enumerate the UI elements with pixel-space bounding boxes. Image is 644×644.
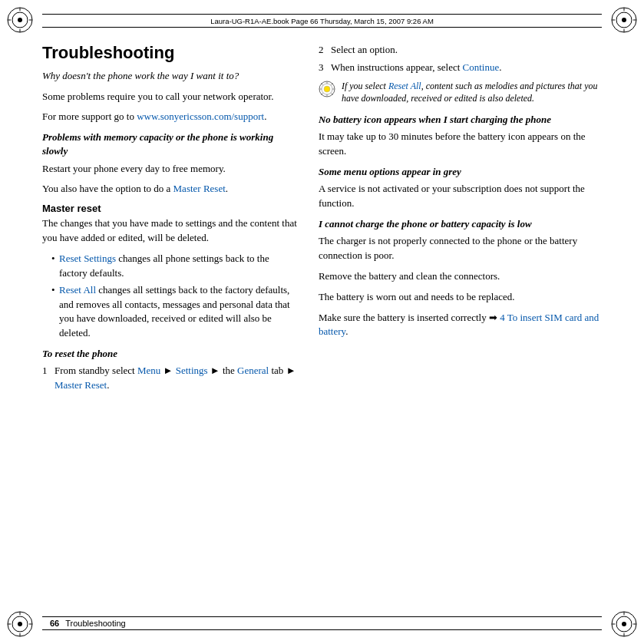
menu-link[interactable]: Menu bbox=[137, 365, 160, 376]
header-text: Laura-UG-R1A-AE.book Page 66 Thursday, M… bbox=[210, 17, 434, 25]
step1-suffix: . bbox=[107, 379, 109, 391]
step1-prefix: From standby select bbox=[54, 365, 137, 376]
note-text: If you select Reset All, content such as… bbox=[342, 80, 602, 106]
para-network: Some problems require you to call your n… bbox=[42, 90, 297, 104]
para-remove-battery: Remove the battery and clean the connect… bbox=[319, 269, 602, 284]
para-master-reset-suffix: . bbox=[226, 183, 228, 194]
step1-content: From standby select Menu ► Settings ► th… bbox=[54, 364, 297, 393]
right-column: 2 Select an option. 3 When instructions … bbox=[311, 43, 602, 612]
step3-suffix: . bbox=[499, 61, 501, 73]
step1-num: 1 bbox=[42, 364, 51, 393]
heading-cannot-charge: I cannot charge the phone or battery cap… bbox=[319, 217, 602, 231]
step1-arrow3: ► bbox=[286, 365, 296, 376]
bullet-reset-all: Reset All changes all settings back to t… bbox=[51, 283, 297, 341]
left-column: Troubleshooting Why doesn't the phone wo… bbox=[42, 43, 311, 612]
para-make-sure-prefix: Make sure the battery is inserted correc… bbox=[319, 312, 489, 323]
continue-link[interactable]: Continue bbox=[463, 61, 500, 73]
para-restart: Restart your phone every day to free mem… bbox=[42, 162, 297, 177]
para-charger-connection: The charger is not properly connected to… bbox=[319, 234, 602, 263]
numbered-list-right: 2 Select an option. 3 When instructions … bbox=[319, 43, 602, 75]
para-support-link: For more support go to www.sonyericsson.… bbox=[42, 110, 297, 124]
svg-point-9 bbox=[622, 18, 626, 22]
note-box: If you select Reset All, content such as… bbox=[319, 80, 602, 106]
step3: 3 When instructions appear, select Conti… bbox=[319, 61, 602, 75]
step3-num: 3 bbox=[319, 61, 328, 75]
para-make-sure-suffix: . bbox=[345, 325, 348, 337]
main-content: Troubleshooting Why doesn't the phone wo… bbox=[42, 32, 602, 612]
bullet-list: Reset Settings changes all phone setting… bbox=[51, 252, 297, 341]
bullet-reset-settings: Reset Settings changes all phone setting… bbox=[51, 252, 297, 281]
step1-arrow1: ► bbox=[160, 365, 175, 376]
para-changes: The changes that you have made to settin… bbox=[42, 216, 297, 246]
arrow-symbol: ➡ bbox=[489, 312, 497, 323]
heading-memory: Problems with memory capacity or the pho… bbox=[42, 130, 297, 158]
svg-point-16 bbox=[18, 622, 22, 626]
settings-link[interactable]: Settings bbox=[176, 365, 208, 376]
svg-point-23 bbox=[622, 622, 626, 626]
reset-all-link[interactable]: Reset All bbox=[59, 284, 96, 296]
section-heading-master-reset: Master reset bbox=[42, 203, 297, 214]
svg-point-30 bbox=[324, 86, 330, 92]
para-service: A service is not activated or your subsc… bbox=[319, 182, 602, 211]
reset-all-note-link[interactable]: Reset All bbox=[388, 81, 421, 91]
corner-decoration-bl bbox=[5, 609, 35, 639]
para-master-reset-ref: You also have the option to do a Master … bbox=[42, 182, 297, 197]
footer-page-number: 66 bbox=[42, 619, 59, 628]
general-link[interactable]: General bbox=[237, 365, 269, 376]
para-support-prefix: For more support go to bbox=[42, 111, 137, 122]
numbered-list: 1 From standby select Menu ► Settings ► … bbox=[42, 364, 297, 393]
step2-num: 2 bbox=[319, 43, 328, 58]
corner-decoration-br bbox=[609, 609, 639, 639]
master-reset-step-link[interactable]: Master Reset bbox=[54, 379, 107, 391]
footer-section: Troubleshooting bbox=[59, 619, 125, 628]
note-icon bbox=[319, 81, 335, 97]
step2: 2 Select an option. bbox=[319, 43, 602, 58]
step3-content: When instructions appear, select Continu… bbox=[331, 61, 502, 75]
step1: 1 From standby select Menu ► Settings ► … bbox=[42, 364, 297, 393]
para-30-min: It may take up to 30 minutes before the … bbox=[319, 130, 602, 159]
note-prefix: If you select bbox=[342, 81, 388, 91]
corner-decoration-tr bbox=[609, 5, 639, 35]
para-worn-out: The battery is worn out and needs to be … bbox=[319, 290, 602, 305]
subtitle-italic: Why doesn't the phone work the way I wan… bbox=[42, 69, 297, 83]
header-bar: Laura-UG-R1A-AE.book Page 66 Thursday, M… bbox=[42, 14, 602, 28]
step2-text: Select an option. bbox=[331, 43, 398, 58]
para-master-reset-prefix: You also have the option to do a bbox=[42, 183, 173, 194]
page-title: Troubleshooting bbox=[42, 43, 297, 63]
step3-prefix: When instructions appear, select bbox=[331, 61, 463, 73]
svg-point-2 bbox=[18, 18, 22, 22]
para-support-suffix: . bbox=[264, 111, 266, 122]
step1-arrow2: ► the bbox=[208, 365, 238, 376]
heading-no-battery: No battery icon appears when I start cha… bbox=[319, 113, 602, 127]
support-link[interactable]: www.sonyericsson.com/support bbox=[137, 111, 264, 122]
corner-decoration-tl bbox=[5, 5, 35, 35]
step1-tab: tab bbox=[269, 365, 286, 376]
heading-grey-menu: Some menu options appear in grey bbox=[319, 165, 602, 179]
master-reset-link[interactable]: Master Reset bbox=[173, 183, 226, 194]
para-make-sure: Make sure the battery is inserted correc… bbox=[319, 311, 602, 340]
footer-bar: 66 Troubleshooting bbox=[42, 616, 602, 630]
reset-settings-link[interactable]: Reset Settings bbox=[59, 253, 116, 264]
heading-to-reset: To reset the phone bbox=[42, 347, 297, 361]
